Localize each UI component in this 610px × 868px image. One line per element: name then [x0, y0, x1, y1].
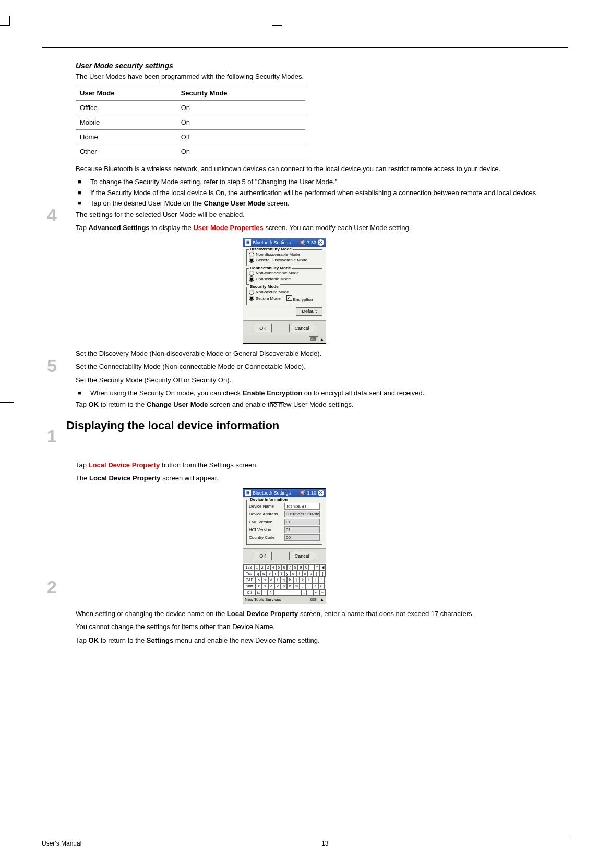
radio-icon[interactable] — [249, 296, 254, 301]
set-line: Set the Connectability Mode (Non-connect… — [76, 362, 568, 371]
on-screen-keyboard[interactable]: 1231234567890-=◀ Tabqwertyuiop[] CAPasdf… — [243, 564, 326, 596]
list-item: Tap on the desired User Mode on the Chan… — [76, 199, 568, 208]
crop-mark — [0, 16, 10, 26]
step5-text: Tap OK to return to the Change User Mode… — [76, 400, 568, 409]
step-number-5: 5 — [47, 357, 57, 375]
cancel-button[interactable]: Cancel — [289, 552, 315, 560]
close-icon[interactable]: ✕ — [318, 490, 324, 496]
step4-text: Tap Advanced Settings to display the Use… — [76, 223, 568, 233]
fieldset-connectability: Connectability Mode — [249, 266, 292, 270]
security-mode-table: User Mode Security Mode OfficeOnMobileOn… — [76, 86, 305, 159]
list-item: To change the Security Mode setting, ref… — [76, 177, 568, 187]
cancel-button[interactable]: Cancel — [289, 324, 315, 332]
when-setting-text: When setting or changing the device name… — [76, 609, 568, 619]
speaker-icon: 📢 — [300, 490, 305, 496]
table-row: OfficeOn — [76, 100, 305, 115]
screenshot-local-device-property: ⊞ Bluetooth Settings 📢 1:10 ✕ Device Inf… — [243, 488, 326, 604]
table-row: MobileOn — [76, 115, 305, 129]
keyboard-icon[interactable]: ⌨ — [309, 336, 318, 342]
crop-mark — [272, 16, 282, 26]
fieldset-discoverability: Discoverability Mode — [249, 247, 293, 251]
table-row: HomeOff — [76, 129, 305, 144]
table-row: OtherOn — [76, 144, 305, 159]
info-row: HCI Version01 — [249, 526, 320, 533]
step-number-4: 4 — [47, 206, 57, 224]
intro-text: The User Modes have been programmed with… — [76, 72, 568, 81]
step-number-1: 1 — [47, 427, 57, 445]
window-title: Bluetooth Settings — [253, 490, 291, 496]
info-row: LMP Version01 — [249, 519, 320, 525]
readonly-field: 01 — [284, 526, 320, 533]
readonly-field: 00 — [284, 534, 320, 541]
page-footer: User's Manual 13 — [42, 838, 568, 847]
default-button[interactable]: Default — [296, 307, 322, 316]
cannot-change-text: You cannot change the settings for items… — [76, 622, 568, 632]
th-security-mode: Security Mode — [177, 86, 305, 100]
checkbox-icon[interactable] — [286, 295, 292, 301]
step2-text: Tap OK to return to the Settings menu an… — [76, 636, 568, 645]
speaker-icon: 📢 — [300, 240, 305, 245]
because-text: Because Bluetooth is a wireless network,… — [76, 164, 568, 174]
radio-icon[interactable] — [249, 258, 254, 263]
radio-icon[interactable] — [249, 290, 254, 295]
window-titlebar: ⊞ Bluetooth Settings 📢 1:10 ✕ — [243, 489, 326, 497]
up-icon[interactable]: ▲ — [320, 337, 324, 342]
window-title: Bluetooth Settings — [253, 240, 291, 245]
list-item: When using the Security On mode, you can… — [76, 389, 568, 398]
window-titlebar: ⊞ Bluetooth Settings 📢 7:33 ✕ — [243, 238, 326, 247]
screenshot-user-mode-properties: ⊞ Bluetooth Settings 📢 7:33 ✕ Discoverab… — [243, 238, 326, 344]
windows-flag-icon: ⊞ — [245, 239, 251, 246]
menubar-text[interactable]: New Tools Services — [245, 597, 281, 602]
keyboard-icon[interactable]: ⌨ — [309, 597, 318, 602]
th-user-mode: User Mode — [76, 86, 177, 100]
info-row: Country Code00 — [249, 534, 320, 541]
set-line: Set the Discovery Mode (Non-discoverable… — [76, 349, 568, 358]
ok-button[interactable]: OK — [254, 324, 272, 332]
after-bullets-1: The settings for the selected User Mode … — [76, 210, 568, 220]
footer-page-number: 13 — [321, 840, 328, 847]
ok-button[interactable]: OK — [254, 552, 272, 560]
close-icon[interactable]: ✕ — [318, 239, 324, 246]
step-number-2: 2 — [47, 578, 57, 596]
footer-left: User's Manual — [42, 840, 81, 847]
fieldset-device-info: Device Information — [249, 497, 289, 502]
step1-text: Tap Local Device Property button from th… — [76, 461, 568, 470]
subheading-security: User Mode security settings — [76, 62, 568, 70]
section-heading-local-device: Displaying the local device information — [66, 419, 568, 432]
crop-mark — [270, 402, 284, 403]
radio-icon[interactable] — [249, 252, 254, 257]
up-icon[interactable]: ▲ — [320, 597, 324, 602]
bullet-list-2: When using the Security On mode, you can… — [76, 389, 568, 398]
list-item: If the Security Mode of the local device… — [76, 188, 568, 198]
windows-flag-icon: ⊞ — [245, 490, 251, 496]
radio-icon[interactable] — [249, 276, 254, 282]
readonly-field: 00:02:c7:09:94:de — [284, 511, 320, 517]
clock-text: 7:33 — [307, 240, 316, 245]
top-divider — [42, 47, 568, 48]
clock-text: 1:10 — [307, 490, 316, 496]
device-name-input[interactable]: Toshiba BT — [284, 503, 320, 510]
bullet-list-1: To change the Security Mode setting, ref… — [76, 177, 568, 208]
fieldset-security: Security Mode — [249, 284, 280, 289]
set-line: Set the Security Mode (Security Off or S… — [76, 376, 568, 385]
info-row: Device Address00:02:c7:09:94:de — [249, 511, 320, 517]
info-row: Device NameToshiba BT — [249, 503, 320, 510]
readonly-field: 01 — [284, 519, 320, 525]
step1-after: The Local Device Property screen will ap… — [76, 474, 568, 483]
radio-icon[interactable] — [249, 271, 254, 276]
crop-mark — [0, 402, 14, 403]
